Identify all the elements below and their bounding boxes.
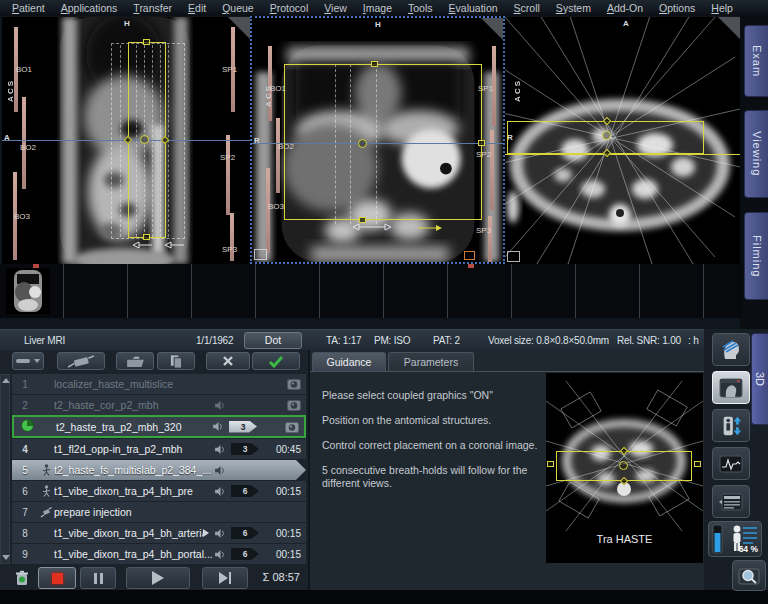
thumbnail-cell[interactable] — [64, 264, 128, 318]
thumbnail-cell[interactable] — [128, 264, 192, 318]
menu-patient[interactable]: Patient — [4, 2, 53, 14]
tab-guidance[interactable]: Guidance — [312, 352, 386, 371]
protocol-row-4[interactable]: 4 t1_fl2d_opp-in_tra_p2_mbh 3 00:45 — [12, 439, 306, 459]
skip-icon — [219, 572, 232, 584]
image-display-button[interactable] — [712, 371, 750, 404]
thumbnail-cell[interactable] — [640, 264, 704, 318]
table-position-button[interactable] — [712, 409, 750, 442]
speaker-icon — [212, 445, 228, 454]
thumbnail-cell[interactable] — [512, 264, 576, 318]
orange-marker — [464, 251, 475, 260]
tab-viewing[interactable]: Viewing — [744, 110, 768, 198]
menu-queue[interactable]: Queue — [214, 2, 262, 14]
coil-band — [276, 118, 280, 193]
folded-corner-icon[interactable] — [718, 17, 740, 39]
protocol-row-9[interactable]: 9 t1_vibe_dixon_tra_p4_bh_portal... 6 00… — [12, 544, 306, 564]
menu-view[interactable]: View — [316, 2, 355, 14]
confirm-button[interactable] — [252, 352, 300, 370]
protocol-row-6[interactable]: 6 t1_vibe_dixon_tra_p4_bh_pre 6 00:15 — [12, 481, 306, 501]
slice-center-handle[interactable] — [358, 139, 367, 148]
tab-filming[interactable]: Filming — [744, 212, 768, 300]
scan-time: 00:45 — [262, 444, 306, 455]
protocol-row-1[interactable]: 1 localizer_haste_multislice — [12, 374, 306, 394]
thumbnail-cell[interactable] — [256, 264, 320, 318]
menu-applications[interactable]: Applications — [53, 2, 126, 14]
folded-corner-icon[interactable] — [481, 18, 503, 40]
menu-edit[interactable]: Edit — [180, 2, 214, 14]
scroll-up-arrow[interactable] — [2, 378, 10, 383]
slice-center-handle[interactable] — [140, 135, 149, 144]
exam-queue-panel: 1 localizer_haste_multislice 2 t2_haste_… — [0, 350, 308, 590]
menu-system[interactable]: System — [548, 2, 599, 14]
tab-3d[interactable]: 3D — [751, 333, 768, 425]
slice-group-tag-button[interactable]: 6 — [228, 548, 262, 560]
slice-center-handle[interactable] — [602, 131, 611, 140]
thumbnail-cell[interactable] — [192, 264, 256, 318]
protocol-list-button[interactable] — [712, 485, 750, 518]
tab-exam[interactable]: Exam — [744, 25, 768, 97]
slice-handle[interactable] — [143, 234, 150, 240]
pause-button[interactable] — [80, 567, 116, 589]
guidance-text: Position on the antomical structures. — [322, 414, 548, 427]
tab-parameters[interactable]: Parameters — [388, 352, 474, 371]
open-folder-button[interactable] — [116, 352, 154, 370]
menu-addon[interactable]: Add-On — [599, 2, 651, 14]
slice-group-tag-button[interactable]: 6 — [228, 485, 262, 497]
cancel-button[interactable] — [206, 352, 250, 370]
protocol-row-3-running[interactable]: t2_haste_tra_p2_mbh_320 3 — [12, 415, 306, 438]
menu-help[interactable]: Help — [703, 2, 741, 14]
protocol-row-5-selected[interactable]: 5 t2_haste_fs_multislab_p2_384_... — [12, 460, 306, 480]
thumbnail-cell[interactable] — [384, 264, 448, 318]
thumbnail-cell[interactable] — [320, 264, 384, 318]
slice-handle[interactable] — [371, 61, 378, 67]
menu-scroll[interactable]: Scroll — [506, 2, 548, 14]
scroll-down-arrow[interactable] — [2, 555, 10, 560]
guidance-reference-image: Tra HASTE — [546, 373, 703, 563]
stop-button[interactable] — [38, 567, 76, 589]
delete-button[interactable] — [10, 567, 34, 589]
menu-evaluation[interactable]: Evaluation — [441, 2, 506, 14]
menu-transfer[interactable]: Transfer — [125, 2, 180, 14]
viewport-sagittal[interactable]: H A ACS BO1 BO2 BO3 SP1 SP2 SP3 — [2, 17, 250, 264]
viewport-coronal-selected[interactable]: H R ACS BO1 BO2 BO3 SP1 SP2 SP3 — [250, 16, 505, 264]
scroll-left-arrow[interactable] — [132, 241, 154, 249]
image-browser-button[interactable] — [732, 560, 766, 591]
menu-protocol[interactable]: Protocol — [262, 2, 317, 14]
sar-monitor-button[interactable]: 64 % — [708, 521, 762, 557]
laser-position-button[interactable] — [712, 333, 750, 366]
thumbnail-cell[interactable] — [576, 264, 640, 318]
thumbnail-cell[interactable] — [0, 264, 64, 318]
menu-image[interactable]: Image — [355, 2, 400, 14]
slice-group-tag-button[interactable]: 6 — [228, 527, 262, 539]
protocol-row-7[interactable]: 7 prepare injection — [12, 502, 306, 522]
protocol-name: localizer_haste_multislice — [54, 378, 212, 390]
running-indicator-icon — [14, 419, 40, 434]
mri-console-screen: Patient Applications Transfer Edit Queue… — [0, 0, 768, 604]
menu-options[interactable]: Options — [651, 2, 703, 14]
menu-tools[interactable]: Tools — [400, 2, 441, 14]
copy-protocol-button[interactable] — [157, 352, 195, 370]
scroll-arrow[interactable] — [352, 223, 392, 231]
folded-corner-icon[interactable] — [228, 17, 250, 39]
row-number: 6 — [12, 486, 38, 497]
viewport-axial[interactable]: A R ACS — [505, 17, 740, 264]
thumbnail-cell[interactable] — [448, 264, 512, 318]
scroll-left-arrow[interactable] — [164, 241, 186, 249]
series-thumbnail[interactable] — [6, 268, 50, 314]
slice-group-tag-button[interactable]: 3 — [226, 421, 260, 433]
slice-handle[interactable] — [143, 39, 150, 45]
slice-group-tag-button[interactable]: 3 — [228, 443, 262, 455]
active-slice-group-box[interactable] — [284, 64, 482, 220]
scroll-arrow-yellow[interactable] — [417, 224, 443, 232]
play-button[interactable] — [126, 567, 190, 589]
skip-button[interactable] — [202, 567, 248, 589]
slice-handle[interactable] — [478, 140, 485, 146]
physio-signal-button[interactable] — [712, 447, 750, 480]
dot-engine-button[interactable]: Dot — [244, 332, 302, 349]
protocol-row-8[interactable]: 8 t1_vibe_dixon_tra_p4_bh_arterial 6 00:… — [12, 523, 306, 543]
slice-position-split-button[interactable] — [12, 352, 44, 370]
contrast-injection-button[interactable] — [57, 352, 105, 370]
orientation-label-head: H — [124, 19, 130, 28]
protocol-row-2[interactable]: 2 t2_haste_cor_p2_mbh — [12, 395, 306, 415]
queue-scrollbar[interactable] — [0, 374, 10, 564]
